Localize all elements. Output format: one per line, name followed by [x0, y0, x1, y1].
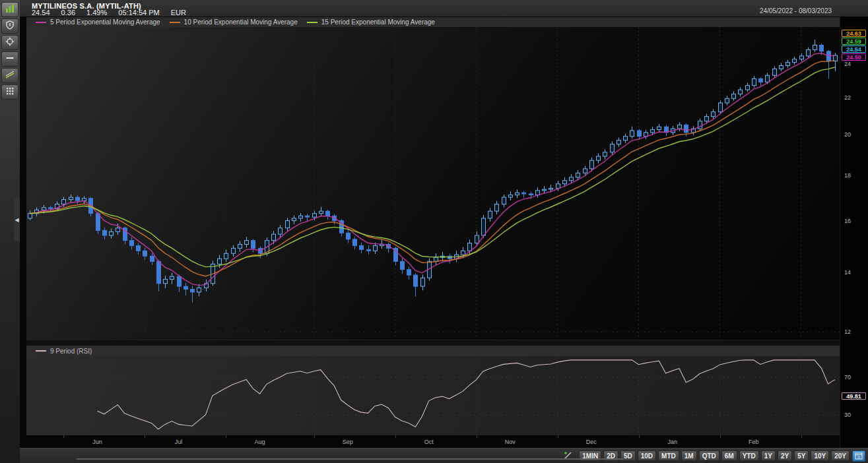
quote-currency: EUR: [171, 9, 186, 16]
candle-down: [130, 241, 134, 246]
range-button-20y[interactable]: 20Y: [831, 450, 850, 461]
candle-down: [360, 245, 364, 249]
candle-up: [313, 214, 317, 217]
legend-item-ema-2[interactable]: 15 Period Exponential Moving Average: [307, 18, 435, 26]
candle-up: [651, 130, 655, 133]
range-button-1m[interactable]: 1M: [681, 450, 697, 461]
rsi-chart-pane[interactable]: [26, 356, 840, 435]
candle-down: [529, 194, 533, 195]
candle-up: [678, 125, 682, 129]
month-label-jan: Jan: [661, 439, 684, 445]
horizontal-line-tool-button[interactable]: [1, 51, 18, 67]
range-button-ytd[interactable]: YTD: [739, 450, 759, 461]
candle-up: [732, 94, 736, 99]
rsi-chart[interactable]: [26, 356, 840, 435]
range-button-qtd[interactable]: QTD: [699, 450, 719, 461]
last-price: 24.54: [32, 9, 50, 16]
candle-up: [495, 204, 499, 212]
candle-up: [549, 188, 553, 189]
candle-up: [319, 211, 323, 214]
candle-down: [401, 261, 405, 269]
month-tick: [477, 435, 477, 438]
range-button-mtd[interactable]: MTD: [658, 450, 679, 461]
candle-down: [522, 193, 526, 194]
range-button-1y[interactable]: 1Y: [761, 450, 776, 461]
candle-up: [719, 103, 723, 112]
crosshair-tool-button[interactable]: [1, 35, 18, 50]
crosshair-icon: [5, 37, 15, 49]
candle-up: [245, 241, 249, 245]
candle-up: [272, 234, 276, 241]
candle-up: [590, 160, 594, 169]
candle-up: [461, 251, 465, 255]
shield-tool-button[interactable]: [1, 18, 18, 34]
candle-up: [83, 199, 86, 201]
candle-up: [69, 197, 73, 199]
candle-up: [62, 200, 66, 204]
bar-chart-tool-button[interactable]: [1, 2, 18, 17]
range-button-10d[interactable]: 10D: [638, 450, 656, 461]
candle-up: [570, 177, 574, 181]
date-range-label: 24/05/2022 - 08/03/2023: [760, 7, 832, 15]
candle-up: [786, 63, 790, 66]
candle-up: [624, 137, 628, 140]
candle-up: [292, 218, 296, 221]
range-button-6m[interactable]: 6M: [721, 450, 737, 461]
candle-up: [611, 144, 615, 152]
pane-splitter[interactable]: [26, 340, 840, 346]
range-button-2y[interactable]: 2Y: [778, 450, 792, 461]
range-button-5y[interactable]: 5Y: [794, 450, 809, 461]
calendar-range-button[interactable]: 31: [852, 450, 865, 462]
candle-down: [137, 245, 141, 251]
candle-down: [49, 208, 53, 209]
candle-up: [739, 90, 743, 94]
month-tick: [226, 435, 226, 438]
month-label-sep: Sep: [337, 439, 359, 445]
month-label-oct: Oct: [418, 439, 440, 445]
candle-up: [746, 86, 750, 90]
month-label-dec: Dec: [580, 439, 603, 445]
drawing-tools-sidebar: ◀: [0, 0, 20, 463]
candle-down: [251, 241, 255, 249]
month-tick: [558, 435, 558, 438]
horizontal-scrollbar[interactable]: [76, 458, 624, 460]
candle-down: [407, 270, 411, 275]
candle-up: [502, 197, 506, 204]
price-axis[interactable]: 2422201816141224.6324.5924.5424.50703049…: [840, 16, 868, 448]
candle-up: [164, 279, 168, 283]
price-chart-pane[interactable]: [26, 27, 840, 340]
candle-up: [509, 195, 513, 197]
candle-down: [638, 131, 642, 137]
range-toolbar: 1MIN2D5D10DMTD1MQTD6MYTD1Y2Y5Y10Y20Y 31: [20, 448, 868, 463]
rsi-legend-dash: [36, 350, 46, 352]
time-axis[interactable]: JunJulAugSepOctNovDecJanFeb: [26, 435, 840, 448]
candle-up: [780, 65, 784, 69]
quote-row: 24.54 0.36 1.49% 05:14:54 PM EUR: [32, 9, 195, 18]
shield-icon: [5, 20, 15, 32]
candlestick-chart[interactable]: [26, 27, 840, 340]
candle-up: [224, 253, 228, 259]
rsi-legend-label: 9 Period (RSI): [50, 348, 92, 355]
bar-chart-icon: [5, 4, 15, 16]
ema-line-10: [30, 60, 835, 276]
month-tick: [395, 435, 396, 438]
candle-up: [468, 243, 472, 251]
rsi-legend: 9 Period (RSI): [26, 346, 840, 356]
trend-lines-tool-button[interactable]: [1, 68, 18, 83]
legend-item-ema-1[interactable]: 10 Period Exponential Moving Average: [170, 18, 298, 26]
price-tick-12: 12: [844, 328, 851, 335]
price-tick-22: 22: [844, 94, 851, 101]
candle-up: [286, 221, 290, 228]
overlay-legend: 5 Period Exponential Moving Average10 Pe…: [26, 17, 840, 27]
candle-down: [684, 125, 688, 133]
grid-tool-button[interactable]: [1, 84, 18, 100]
range-button-10y[interactable]: 10Y: [811, 450, 829, 461]
sidebar-collapse-handle[interactable]: ◀: [14, 198, 20, 241]
candle-up: [793, 59, 797, 63]
candle-down: [76, 197, 80, 201]
candle-up: [232, 248, 236, 253]
legend-item-ema-0[interactable]: 5 Period Exponential Moving Average: [36, 18, 160, 26]
candle-up: [725, 98, 729, 103]
month-label-jun: Jun: [86, 439, 109, 445]
candle-up: [116, 228, 120, 232]
